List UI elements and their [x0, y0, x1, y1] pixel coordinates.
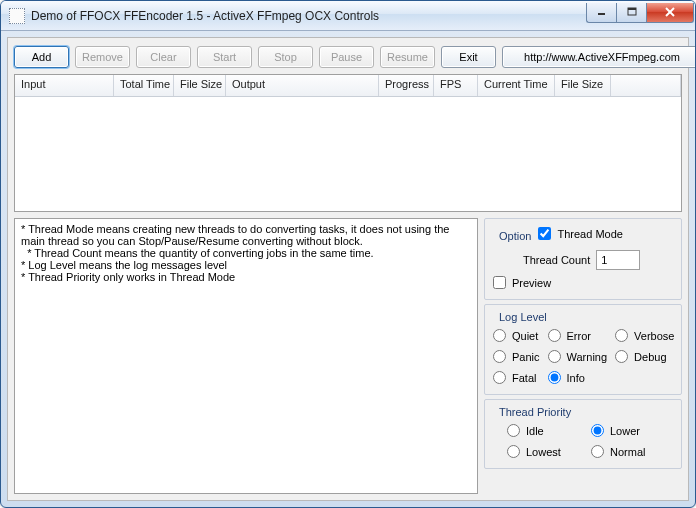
titlebar[interactable]: Demo of FFOCX FFEncoder 1.5 - ActiveX FF… [1, 1, 695, 31]
file-list[interactable]: InputTotal TimeFile SizeOutputProgressFP… [14, 74, 682, 212]
loglevel-fatal[interactable]: Fatal [493, 371, 540, 384]
column-header[interactable]: Input [15, 75, 114, 96]
thread-mode-checkbox[interactable]: Thread Mode [538, 227, 622, 240]
bottom-panel: * Thread Mode means creating new threads… [12, 218, 684, 494]
loglevel-info[interactable]: Info [548, 371, 608, 384]
priority-lowest[interactable]: Lowest [507, 445, 583, 458]
loglevel-debug[interactable]: Debug [615, 350, 674, 363]
svg-line-3 [666, 8, 674, 16]
preview-label: Preview [512, 277, 551, 289]
svg-line-4 [666, 8, 674, 16]
options-panel: Option Thread Mode Thread Count Preview [484, 218, 682, 494]
exit-button[interactable]: Exit [441, 46, 496, 68]
loglevel-legend: Log Level [495, 311, 551, 323]
loglevel-quiet[interactable]: Quiet [493, 329, 540, 342]
column-header-spacer [611, 75, 681, 96]
priority-lower[interactable]: Lower [591, 424, 667, 437]
loglevel-group: Log Level QuietErrorVerbosePanicWarningD… [484, 304, 682, 395]
start-button: Start [197, 46, 252, 68]
pause-button: Pause [319, 46, 374, 68]
thread-count-input[interactable] [596, 250, 640, 270]
priority-normal[interactable]: Normal [591, 445, 667, 458]
preview-checkbox[interactable]: Preview [493, 276, 551, 289]
priority-group: Thread Priority IdleLowerLowestNormal [484, 399, 682, 469]
url-button[interactable]: http://www.ActiveXFFmpeg.com [502, 46, 696, 68]
maximize-button[interactable] [616, 3, 646, 23]
option-legend: Option [495, 230, 535, 242]
app-icon [9, 8, 25, 24]
remove-button: Remove [75, 46, 130, 68]
column-header[interactable]: Output [226, 75, 379, 96]
loglevel-panic[interactable]: Panic [493, 350, 540, 363]
column-header[interactable]: File Size [555, 75, 611, 96]
add-button[interactable]: Add [14, 46, 69, 68]
svg-rect-1 [628, 8, 636, 15]
thread-mode-label: Thread Mode [557, 228, 622, 240]
clear-button: Clear [136, 46, 191, 68]
list-header: InputTotal TimeFile SizeOutputProgressFP… [15, 75, 681, 97]
thread-count-label: Thread Count [523, 254, 590, 266]
close-button[interactable] [646, 3, 694, 23]
window-title: Demo of FFOCX FFEncoder 1.5 - ActiveX FF… [31, 9, 586, 23]
column-header[interactable]: File Size [174, 75, 226, 96]
resume-button: Resume [380, 46, 435, 68]
list-body [15, 97, 681, 211]
thread-mode-input[interactable] [538, 227, 551, 240]
window: Demo of FFOCX FFEncoder 1.5 - ActiveX FF… [0, 0, 696, 508]
option-group: Option Thread Mode Thread Count Preview [484, 218, 682, 300]
column-header[interactable]: Current Time [478, 75, 555, 96]
stop-button: Stop [258, 46, 313, 68]
client-area: Add Remove Clear Start Stop Pause Resume… [7, 37, 689, 501]
preview-input[interactable] [493, 276, 506, 289]
loglevel-error[interactable]: Error [548, 329, 608, 342]
column-header[interactable]: FPS [434, 75, 478, 96]
minimize-button[interactable] [586, 3, 616, 23]
priority-legend: Thread Priority [495, 406, 575, 418]
loglevel-warning[interactable]: Warning [548, 350, 608, 363]
priority-idle[interactable]: Idle [507, 424, 583, 437]
loglevel-verbose[interactable]: Verbose [615, 329, 674, 342]
toolbar: Add Remove Clear Start Stop Pause Resume… [12, 42, 684, 72]
column-header[interactable]: Total Time [114, 75, 174, 96]
log-textarea[interactable]: * Thread Mode means creating new threads… [14, 218, 478, 494]
window-controls [586, 3, 694, 23]
column-header[interactable]: Progress [379, 75, 434, 96]
